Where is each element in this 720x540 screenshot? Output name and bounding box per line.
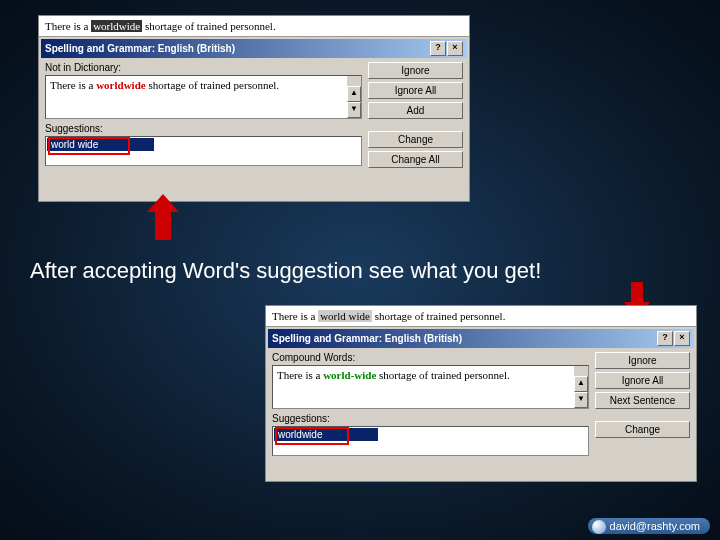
compound-words-label: Compound Words: (272, 352, 589, 363)
slide-caption: After accepting Word's suggestion see wh… (30, 258, 690, 284)
document-text-area: There is a worldwide shortage of trained… (39, 16, 469, 37)
scroll-down-icon[interactable]: ▼ (347, 102, 361, 118)
scroll-up-icon[interactable]: ▲ (574, 376, 588, 392)
spelling-grammar-dialog: Spelling and Grammar: English (British) … (41, 39, 467, 172)
document-text-area: There is a world wide shortage of traine… (266, 306, 696, 327)
suggestions-label: Suggestions: (272, 413, 589, 424)
help-button[interactable]: ? (430, 41, 446, 56)
highlighted-word: world wide (318, 310, 372, 322)
ignore-all-button[interactable]: Ignore All (368, 82, 463, 99)
ignore-all-button[interactable]: Ignore All (595, 372, 690, 389)
scrollbar[interactable]: ▲ ▼ (347, 76, 361, 118)
error-context-box[interactable]: There is a world-wide shortage of traine… (272, 365, 589, 409)
help-button[interactable]: ? (657, 331, 673, 346)
suggestion-item[interactable]: worldwide (274, 428, 378, 441)
dialog-titlebar: Spelling and Grammar: English (British) … (41, 39, 467, 58)
next-sentence-button[interactable]: Next Sentence (595, 392, 690, 409)
scroll-up-icon[interactable]: ▲ (347, 86, 361, 102)
ignore-button[interactable]: Ignore (595, 352, 690, 369)
close-button[interactable]: × (674, 331, 690, 346)
scrollbar[interactable]: ▲ ▼ (574, 366, 588, 408)
error-word: worldwide (96, 79, 146, 91)
globe-icon (592, 520, 606, 534)
screenshot-after: There is a world wide shortage of traine… (265, 305, 697, 482)
suggestions-list[interactable]: world wide (45, 136, 362, 166)
error-context-box[interactable]: There is a worldwide shortage of trained… (45, 75, 362, 119)
dialog-title: Spelling and Grammar: English (British) (272, 333, 462, 344)
footer-badge: david@rashty.com (588, 518, 710, 534)
suggestions-label: Suggestions: (45, 123, 362, 134)
dialog-title: Spelling and Grammar: English (British) (45, 43, 235, 54)
suggestion-item[interactable]: world wide (47, 138, 154, 151)
add-button[interactable]: Add (368, 102, 463, 119)
not-in-dictionary-label: Not in Dictionary: (45, 62, 362, 73)
dialog-titlebar: Spelling and Grammar: English (British) … (268, 329, 694, 348)
spelling-grammar-dialog: Spelling and Grammar: English (British) … (268, 329, 694, 460)
suggestions-list[interactable]: worldwide (272, 426, 589, 456)
error-word: world-wide (323, 369, 376, 381)
change-all-button[interactable]: Change All (368, 151, 463, 168)
footer-email: david@rashty.com (610, 520, 700, 532)
scroll-down-icon[interactable]: ▼ (574, 392, 588, 408)
change-button[interactable]: Change (368, 131, 463, 148)
ignore-button[interactable]: Ignore (368, 62, 463, 79)
change-button[interactable]: Change (595, 421, 690, 438)
highlighted-word: worldwide (91, 20, 142, 32)
screenshot-before: There is a worldwide shortage of trained… (38, 15, 470, 202)
close-button[interactable]: × (447, 41, 463, 56)
